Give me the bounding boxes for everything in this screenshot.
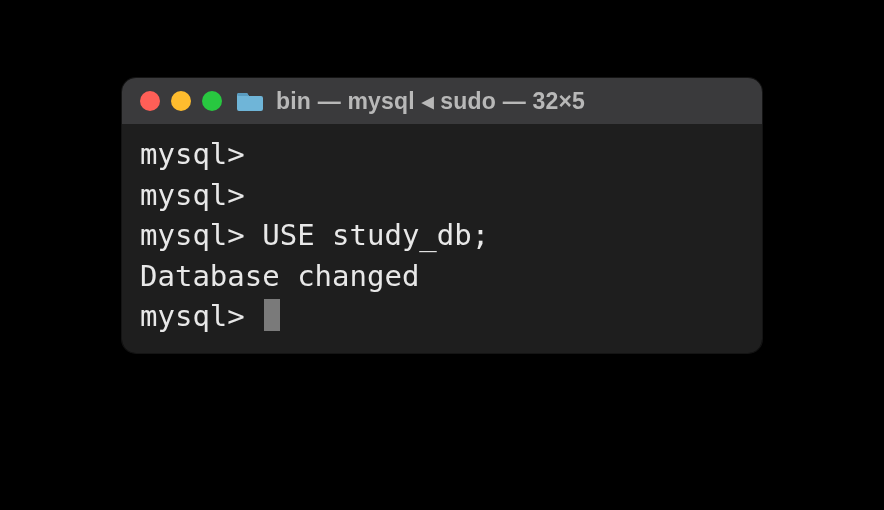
titlebar[interactable]: bin — mysql ◂ sudo — 32×5	[122, 78, 762, 124]
terminal-line: mysql>	[140, 175, 744, 216]
prompt: mysql>	[140, 218, 245, 252]
command-text: USE study_db;	[245, 218, 489, 252]
terminal-body[interactable]: mysql> mysql> mysql> USE study_db; Datab…	[122, 124, 762, 353]
terminal-line: mysql>	[140, 134, 744, 175]
terminal-line: mysql>	[140, 296, 744, 337]
window-title: bin — mysql ◂ sudo — 32×5	[276, 88, 585, 115]
terminal-line: mysql> USE study_db;	[140, 215, 744, 256]
terminal-window: bin — mysql ◂ sudo — 32×5 mysql> mysql> …	[122, 78, 762, 353]
traffic-lights	[140, 91, 222, 111]
folder-icon	[237, 91, 263, 111]
prompt: mysql>	[140, 299, 245, 333]
terminal-line: Database changed	[140, 256, 744, 297]
prompt: mysql>	[140, 137, 245, 171]
minimize-button[interactable]	[171, 91, 191, 111]
command-text	[245, 299, 262, 333]
cursor	[264, 299, 280, 331]
close-button[interactable]	[140, 91, 160, 111]
maximize-button[interactable]	[202, 91, 222, 111]
prompt: mysql>	[140, 178, 245, 212]
output-text: Database changed	[140, 259, 419, 293]
